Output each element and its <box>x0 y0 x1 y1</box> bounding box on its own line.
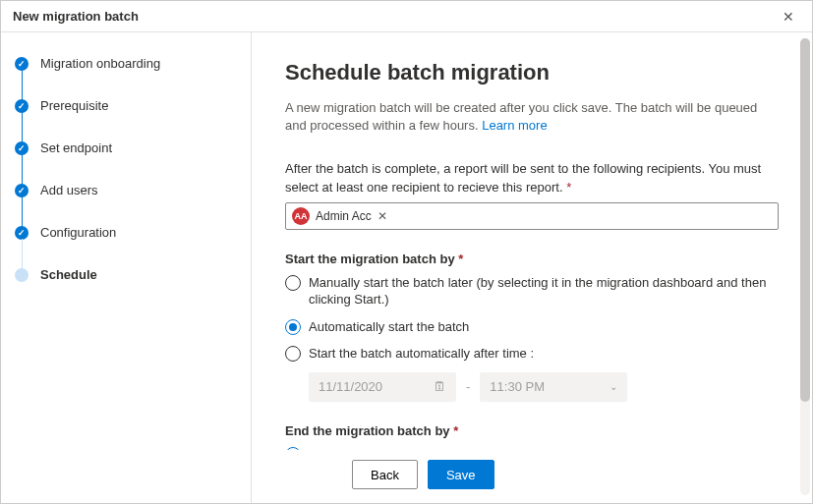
step-set-endpoint[interactable]: ✓ Set endpoint <box>15 140 237 183</box>
start-auto-option[interactable]: Automatically start the batch <box>285 318 779 336</box>
dialog-body: ✓ Migration onboarding ✓ Prerequisite ✓ … <box>1 32 812 503</box>
step-configuration[interactable]: ✓ Configuration <box>15 225 237 267</box>
step-label: Prerequisite <box>40 98 108 113</box>
step-dot-icon: ✓ <box>15 57 29 71</box>
dialog-title: New migration batch <box>13 9 139 24</box>
step-connector <box>22 239 23 269</box>
avatar: AA <box>292 207 310 225</box>
step-connector <box>22 70 23 100</box>
recipient-chip[interactable]: AA Admin Acc ✕ <box>290 206 393 226</box>
start-after-time-option[interactable]: Start the batch automatically after time… <box>285 345 779 363</box>
step-dot-icon: ✓ <box>15 184 29 197</box>
step-label: Set endpoint <box>40 140 112 155</box>
date-value: 11/11/2020 <box>319 379 382 394</box>
close-button[interactable]: ✕ <box>777 7 800 27</box>
start-time-picker[interactable]: 11:30 PM ⌄ <box>480 372 627 402</box>
check-icon: ✓ <box>18 101 26 111</box>
step-dot-icon: ✓ <box>15 99 29 113</box>
main-panel: Schedule batch migration A new migration… <box>252 32 812 503</box>
required-marker: * <box>566 180 571 195</box>
back-button[interactable]: Back <box>352 460 418 489</box>
start-title-text: Start the migration batch by <box>285 252 455 266</box>
chevron-down-icon: ⌄ <box>610 381 617 392</box>
learn-more-link[interactable]: Learn more <box>482 118 547 133</box>
start-manual-option[interactable]: Manually start the batch later (by selec… <box>285 274 779 308</box>
step-label: Add users <box>40 183 98 197</box>
close-icon: ✕ <box>783 9 794 25</box>
dialog-header: New migration batch ✕ <box>1 1 812 32</box>
wizard-steps-sidebar: ✓ Migration onboarding ✓ Prerequisite ✓ … <box>1 32 252 503</box>
radio-icon <box>285 346 301 362</box>
step-schedule[interactable]: Schedule <box>15 267 237 282</box>
scrollbar-thumb[interactable] <box>800 38 810 402</box>
recipients-label-text: After the batch is complete, a report wi… <box>285 161 761 194</box>
step-dot-icon: ✓ <box>15 226 29 240</box>
radio-icon <box>285 319 301 335</box>
radio-label: Automatically start the batch <box>309 318 469 336</box>
check-icon: ✓ <box>18 228 26 238</box>
check-icon: ✓ <box>18 186 26 196</box>
recipient-name: Admin Acc <box>316 209 372 223</box>
step-dot-icon: ✓ <box>15 141 29 155</box>
step-migration-onboarding[interactable]: ✓ Migration onboarding <box>15 56 237 98</box>
radio-icon <box>285 275 301 291</box>
save-button[interactable]: Save <box>428 460 494 489</box>
check-icon: ✓ <box>18 143 26 153</box>
time-value: 11:30 PM <box>490 379 545 394</box>
required-marker: * <box>458 252 463 266</box>
end-title-text: End the migration batch by <box>285 423 450 438</box>
end-group-title: End the migration batch by * <box>285 423 779 438</box>
recipients-input[interactable]: AA Admin Acc ✕ <box>285 202 779 230</box>
page-title: Schedule batch migration <box>285 60 779 85</box>
radio-label: Start the batch automatically after time… <box>309 345 534 363</box>
step-connector <box>22 112 23 142</box>
page-description: A new migration batch will be created af… <box>285 99 779 135</box>
start-date-picker[interactable]: 11/11/2020 🗓 <box>309 372 456 402</box>
start-group-title: Start the migration batch by * <box>285 252 779 266</box>
radio-label: Manually start the batch later (by selec… <box>309 274 779 308</box>
check-icon: ✓ <box>18 59 26 69</box>
remove-chip-icon[interactable]: ✕ <box>377 209 387 223</box>
dialog-footer: Back Save <box>252 450 812 503</box>
step-label: Configuration <box>40 225 116 240</box>
calendar-icon: 🗓 <box>434 379 446 394</box>
datetime-separator: - <box>466 379 470 394</box>
step-label: Migration onboarding <box>40 56 160 71</box>
recipients-label: After the batch is complete, a report wi… <box>285 160 779 196</box>
step-dot-icon <box>15 268 29 282</box>
required-marker: * <box>453 423 458 438</box>
step-label: Schedule <box>40 267 97 282</box>
step-add-users[interactable]: ✓ Add users <box>15 183 237 225</box>
start-datetime-row: 11/11/2020 🗓 - 11:30 PM ⌄ <box>309 372 779 402</box>
step-prerequisite[interactable]: ✓ Prerequisite <box>15 98 237 140</box>
step-connector <box>22 196 23 227</box>
step-connector <box>22 154 23 185</box>
